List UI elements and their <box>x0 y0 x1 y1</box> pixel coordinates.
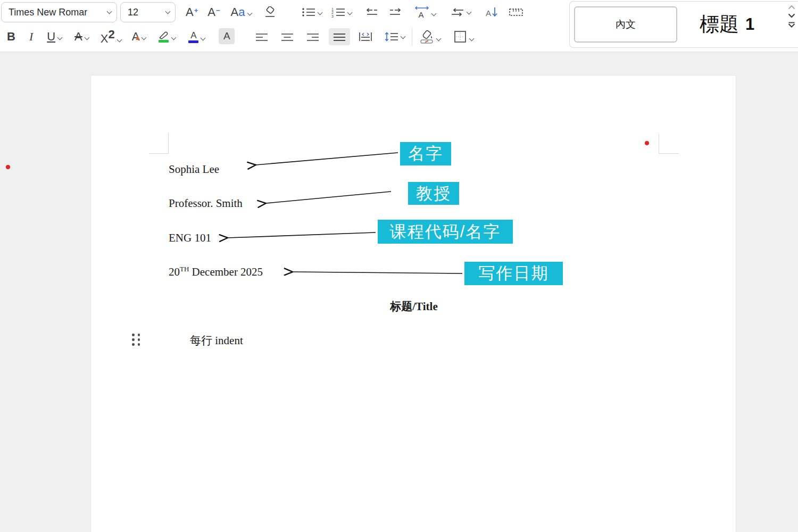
style-gallery: 內文 標題 1 <box>569 1 798 48</box>
sort-az-icon: A <box>486 6 498 18</box>
grow-font-icon: A <box>186 6 194 18</box>
change-case-accent: a <box>238 6 245 18</box>
paint-bucket-icon <box>419 30 434 44</box>
distribute-button[interactable] <box>358 31 373 43</box>
red-dot-marker <box>645 141 649 145</box>
italic-button[interactable]: I <box>28 30 35 44</box>
style-heading1-label: 標題 <box>700 11 739 38</box>
superscript-button[interactable]: X 2 <box>99 28 123 46</box>
superscript-icon: X <box>101 33 109 45</box>
bullet-list-button[interactable] <box>300 6 323 19</box>
more-styles-icon[interactable] <box>788 22 795 28</box>
chevron-down-icon <box>165 9 171 14</box>
line-spacing-button[interactable] <box>383 31 406 43</box>
text-effects-icon: A <box>132 31 140 43</box>
annotation-label-course: 课程代码/名字 <box>378 220 513 244</box>
chevron-down-icon <box>347 10 352 15</box>
tab-marks-button[interactable] <box>508 6 525 18</box>
character-shading-icon: A <box>219 28 235 44</box>
chevron-down-icon <box>247 11 252 16</box>
chevron-down-icon <box>469 36 475 41</box>
scroll-up-icon[interactable] <box>788 5 795 10</box>
bold-button[interactable]: B <box>5 30 17 44</box>
ruler-grid-icon <box>509 7 523 17</box>
underline-icon: U <box>47 31 55 43</box>
chevron-down-icon <box>201 35 206 40</box>
distribute-icon <box>359 32 372 41</box>
align-right-button[interactable] <box>305 31 320 42</box>
style-item-body-text[interactable]: 內文 <box>574 6 677 43</box>
doc-line-name[interactable]: Sophia Lee <box>169 163 219 176</box>
chevron-down-icon <box>117 37 122 43</box>
shrink-font-icon: A <box>207 6 215 18</box>
doc-title[interactable]: 标题/Title <box>91 299 737 314</box>
style-item-heading1[interactable]: 標題 1 <box>700 11 754 38</box>
clear-formatting-button[interactable] <box>262 5 278 19</box>
doc-line-professor[interactable]: Professor. Smith <box>169 197 243 210</box>
text-direction-button[interactable] <box>449 6 472 18</box>
swap-arrows-icon <box>451 7 464 17</box>
chevron-down-icon <box>142 35 147 40</box>
style-body-label: 內文 <box>616 18 636 31</box>
decrease-indent-button[interactable] <box>364 6 380 18</box>
app-window: Times New Romar 12 A + A − A a <box>0 0 798 532</box>
borders-button[interactable] <box>452 29 475 45</box>
character-scale-icon: A <box>414 6 429 19</box>
strikethrough-button[interactable]: A <box>73 30 90 44</box>
chevron-down-icon <box>317 10 322 15</box>
bullet-list-icon <box>302 7 315 18</box>
underline-button[interactable]: U <box>45 30 63 44</box>
svg-text:A: A <box>486 9 491 18</box>
text-effects-button[interactable]: A <box>130 30 148 44</box>
font-size-select[interactable]: 12 <box>120 2 176 22</box>
style-gallery-scroll <box>787 5 796 28</box>
chevron-down-icon <box>431 11 436 16</box>
numbered-list-button[interactable]: 1 2 3 <box>330 6 353 19</box>
doc-line-date[interactable]: 20TH December 2025 <box>169 265 263 279</box>
chevron-down-icon <box>107 9 112 14</box>
indent-icon <box>389 7 402 17</box>
justify-button[interactable] <box>329 28 350 45</box>
font-family-select[interactable]: Times New Romar <box>1 2 117 22</box>
toolbar-row-font: Times New Romar 12 A + A − A a <box>0 1 525 23</box>
outdent-icon <box>365 7 378 17</box>
doc-line-course[interactable]: ENG 101 <box>169 231 211 245</box>
font-color-icon: A <box>188 31 198 43</box>
align-center-button[interactable] <box>280 31 295 42</box>
plus-mark-icon: + <box>194 8 198 13</box>
svg-text:3: 3 <box>331 14 334 18</box>
annotation-label-professor: 教授 <box>408 182 459 205</box>
font-size-value: 12 <box>128 7 138 18</box>
red-dot-marker <box>6 165 10 169</box>
highlighter-icon <box>157 31 169 43</box>
increase-font-size-button[interactable]: A + <box>184 5 200 19</box>
eraser-icon <box>263 6 276 18</box>
scroll-down-icon[interactable] <box>788 13 795 18</box>
paragraph-drag-handle-icon[interactable] <box>132 334 140 346</box>
toolbar: Times New Romar 12 A + A − A a <box>0 0 798 52</box>
style-heading1-number: 1 <box>745 15 754 34</box>
borders-icon <box>453 30 467 44</box>
highlight-color-button[interactable] <box>156 30 177 44</box>
chevron-down-icon <box>84 35 89 40</box>
font-color-button[interactable]: A <box>187 30 206 44</box>
character-scale-button[interactable]: A <box>413 5 437 20</box>
change-case-icon: A <box>231 6 239 18</box>
chevron-down-icon <box>466 10 471 15</box>
character-shading-button[interactable]: A <box>217 27 236 47</box>
change-case-button[interactable]: A a <box>229 5 253 19</box>
chevron-down-icon <box>401 34 406 39</box>
increase-indent-button[interactable] <box>387 6 403 18</box>
chevron-down-icon <box>171 35 177 40</box>
toolbar-divider <box>412 28 412 46</box>
shading-fill-button[interactable] <box>418 29 442 45</box>
align-left-button[interactable] <box>254 31 269 42</box>
italic-icon: I <box>29 31 33 43</box>
margin-corner-top-left <box>149 133 169 154</box>
doc-indent-line[interactable]: 每行 indent <box>190 333 243 348</box>
bold-icon: B <box>7 31 15 43</box>
font-family-value: Times New Romar <box>9 7 87 18</box>
decrease-font-size-button[interactable]: A − <box>206 5 221 19</box>
sort-button[interactable]: A <box>484 5 500 19</box>
toolbar-row-format: B I U A X 2 A <box>0 25 475 48</box>
